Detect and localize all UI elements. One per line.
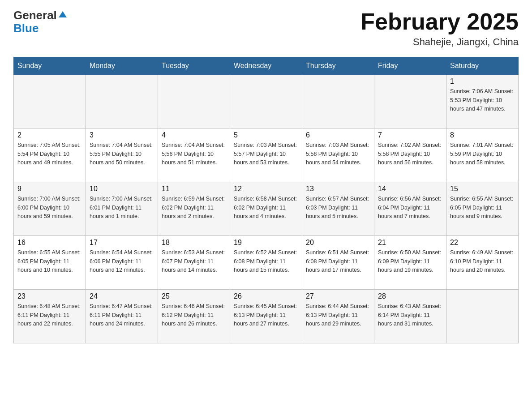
day-number: 23	[17, 292, 82, 300]
logo: General Blue	[13, 9, 68, 34]
day-info: Sunrise: 7:05 AM Sunset: 5:54 PM Dayligh…	[17, 141, 82, 167]
day-info: Sunrise: 6:52 AM Sunset: 6:08 PM Dayligh…	[234, 248, 298, 274]
table-row: 5Sunrise: 7:03 AM Sunset: 5:57 PM Daylig…	[230, 128, 302, 182]
table-row: 23Sunrise: 6:48 AM Sunset: 6:11 PM Dayli…	[14, 290, 86, 343]
table-row: 3Sunrise: 7:04 AM Sunset: 5:55 PM Daylig…	[86, 128, 158, 182]
day-info: Sunrise: 7:03 AM Sunset: 5:57 PM Dayligh…	[234, 141, 298, 167]
day-number: 12	[234, 185, 298, 193]
day-number: 21	[378, 239, 442, 247]
header-saturday: Saturday	[446, 57, 519, 75]
day-info: Sunrise: 6:43 AM Sunset: 6:14 PM Dayligh…	[378, 302, 442, 328]
day-info: Sunrise: 7:04 AM Sunset: 5:55 PM Dayligh…	[90, 141, 154, 167]
weekday-header-row: Sunday Monday Tuesday Wednesday Thursday…	[14, 57, 519, 75]
logo-triangle-icon	[58, 9, 68, 19]
day-number: 22	[450, 239, 515, 247]
table-row	[446, 290, 519, 343]
day-number: 2	[17, 131, 82, 139]
day-number: 25	[162, 292, 226, 300]
calendar-subtitle: Shahejie, Jiangxi, China	[360, 36, 519, 48]
table-row: 2Sunrise: 7:05 AM Sunset: 5:54 PM Daylig…	[14, 128, 86, 182]
day-info: Sunrise: 6:51 AM Sunset: 6:08 PM Dayligh…	[306, 248, 370, 274]
logo-wordmark: General Blue	[13, 9, 68, 34]
table-row: 15Sunrise: 6:55 AM Sunset: 6:05 PM Dayli…	[446, 182, 519, 236]
day-info: Sunrise: 7:02 AM Sunset: 5:58 PM Dayligh…	[378, 141, 442, 167]
day-number: 26	[234, 292, 298, 300]
header-sunday: Sunday	[14, 57, 86, 75]
table-row: 16Sunrise: 6:55 AM Sunset: 6:05 PM Dayli…	[14, 236, 86, 290]
table-row: 28Sunrise: 6:43 AM Sunset: 6:14 PM Dayli…	[374, 290, 446, 343]
day-number: 17	[90, 239, 154, 247]
day-info: Sunrise: 7:03 AM Sunset: 5:58 PM Dayligh…	[306, 141, 370, 167]
table-row: 25Sunrise: 6:46 AM Sunset: 6:12 PM Dayli…	[158, 290, 230, 343]
table-row: 26Sunrise: 6:45 AM Sunset: 6:13 PM Dayli…	[230, 290, 302, 343]
calendar-week-row: 9Sunrise: 7:00 AM Sunset: 6:00 PM Daylig…	[14, 182, 519, 236]
day-number: 4	[162, 131, 226, 139]
day-info: Sunrise: 6:53 AM Sunset: 6:07 PM Dayligh…	[162, 248, 226, 274]
day-info: Sunrise: 7:00 AM Sunset: 6:00 PM Dayligh…	[17, 195, 82, 221]
day-number: 14	[378, 185, 442, 193]
day-number: 3	[90, 131, 154, 139]
table-row: 1Sunrise: 7:06 AM Sunset: 5:53 PM Daylig…	[446, 75, 519, 128]
table-row: 10Sunrise: 7:00 AM Sunset: 6:01 PM Dayli…	[86, 182, 158, 236]
day-info: Sunrise: 6:55 AM Sunset: 6:05 PM Dayligh…	[450, 195, 515, 221]
day-number: 15	[450, 185, 515, 193]
day-number: 18	[162, 239, 226, 247]
day-number: 28	[378, 292, 442, 300]
header-monday: Monday	[86, 57, 158, 75]
table-row: 20Sunrise: 6:51 AM Sunset: 6:08 PM Dayli…	[302, 236, 374, 290]
day-info: Sunrise: 6:59 AM Sunset: 6:02 PM Dayligh…	[162, 195, 226, 221]
day-number: 19	[234, 239, 298, 247]
table-row: 24Sunrise: 6:47 AM Sunset: 6:11 PM Dayli…	[86, 290, 158, 343]
calendar-title: February 2025	[360, 9, 519, 34]
table-row: 17Sunrise: 6:54 AM Sunset: 6:06 PM Dayli…	[86, 236, 158, 290]
table-row: 4Sunrise: 7:04 AM Sunset: 5:56 PM Daylig…	[158, 128, 230, 182]
day-number: 13	[306, 185, 370, 193]
day-info: Sunrise: 6:50 AM Sunset: 6:09 PM Dayligh…	[378, 248, 442, 274]
title-block: February 2025 Shahejie, Jiangxi, China	[360, 9, 519, 48]
day-number: 16	[17, 239, 82, 247]
day-number: 24	[90, 292, 154, 300]
table-row: 21Sunrise: 6:50 AM Sunset: 6:09 PM Dayli…	[374, 236, 446, 290]
day-info: Sunrise: 6:54 AM Sunset: 6:06 PM Dayligh…	[90, 248, 154, 274]
table-row	[302, 75, 374, 128]
calendar-week-row: 16Sunrise: 6:55 AM Sunset: 6:05 PM Dayli…	[14, 236, 519, 290]
table-row: 22Sunrise: 6:49 AM Sunset: 6:10 PM Dayli…	[446, 236, 519, 290]
day-info: Sunrise: 6:44 AM Sunset: 6:13 PM Dayligh…	[306, 302, 370, 328]
table-row: 27Sunrise: 6:44 AM Sunset: 6:13 PM Dayli…	[302, 290, 374, 343]
header-wednesday: Wednesday	[230, 57, 302, 75]
day-info: Sunrise: 7:04 AM Sunset: 5:56 PM Dayligh…	[162, 141, 226, 167]
day-number: 20	[306, 239, 370, 247]
header-thursday: Thursday	[302, 57, 374, 75]
day-number: 6	[306, 131, 370, 139]
day-info: Sunrise: 7:00 AM Sunset: 6:01 PM Dayligh…	[90, 195, 154, 221]
table-row: 18Sunrise: 6:53 AM Sunset: 6:07 PM Dayli…	[158, 236, 230, 290]
day-info: Sunrise: 7:01 AM Sunset: 5:59 PM Dayligh…	[450, 141, 515, 167]
day-info: Sunrise: 6:47 AM Sunset: 6:11 PM Dayligh…	[90, 302, 154, 328]
page-header: General Blue February 2025 Shahejie, Jia…	[13, 9, 519, 48]
day-number: 10	[90, 185, 154, 193]
calendar-week-row: 2Sunrise: 7:05 AM Sunset: 5:54 PM Daylig…	[14, 128, 519, 182]
calendar-table: Sunday Monday Tuesday Wednesday Thursday…	[13, 57, 519, 343]
day-number: 7	[378, 131, 442, 139]
table-row: 12Sunrise: 6:58 AM Sunset: 6:02 PM Dayli…	[230, 182, 302, 236]
day-number: 27	[306, 292, 370, 300]
table-row: 11Sunrise: 6:59 AM Sunset: 6:02 PM Dayli…	[158, 182, 230, 236]
day-number: 11	[162, 185, 226, 193]
table-row: 6Sunrise: 7:03 AM Sunset: 5:58 PM Daylig…	[302, 128, 374, 182]
calendar-week-row: 23Sunrise: 6:48 AM Sunset: 6:11 PM Dayli…	[14, 290, 519, 343]
table-row: 7Sunrise: 7:02 AM Sunset: 5:58 PM Daylig…	[374, 128, 446, 182]
day-info: Sunrise: 6:58 AM Sunset: 6:02 PM Dayligh…	[234, 195, 298, 221]
day-number: 5	[234, 131, 298, 139]
calendar-week-row: 1Sunrise: 7:06 AM Sunset: 5:53 PM Daylig…	[14, 75, 519, 128]
day-info: Sunrise: 6:57 AM Sunset: 6:03 PM Dayligh…	[306, 195, 370, 221]
day-number: 1	[450, 77, 515, 86]
day-number: 9	[17, 185, 82, 193]
table-row: 14Sunrise: 6:56 AM Sunset: 6:04 PM Dayli…	[374, 182, 446, 236]
day-info: Sunrise: 6:55 AM Sunset: 6:05 PM Dayligh…	[17, 248, 82, 274]
logo-blue: Blue	[13, 22, 68, 35]
day-number: 8	[450, 131, 515, 139]
day-info: Sunrise: 6:48 AM Sunset: 6:11 PM Dayligh…	[17, 302, 82, 328]
day-info: Sunrise: 6:56 AM Sunset: 6:04 PM Dayligh…	[378, 195, 442, 221]
header-tuesday: Tuesday	[158, 57, 230, 75]
table-row	[230, 75, 302, 128]
